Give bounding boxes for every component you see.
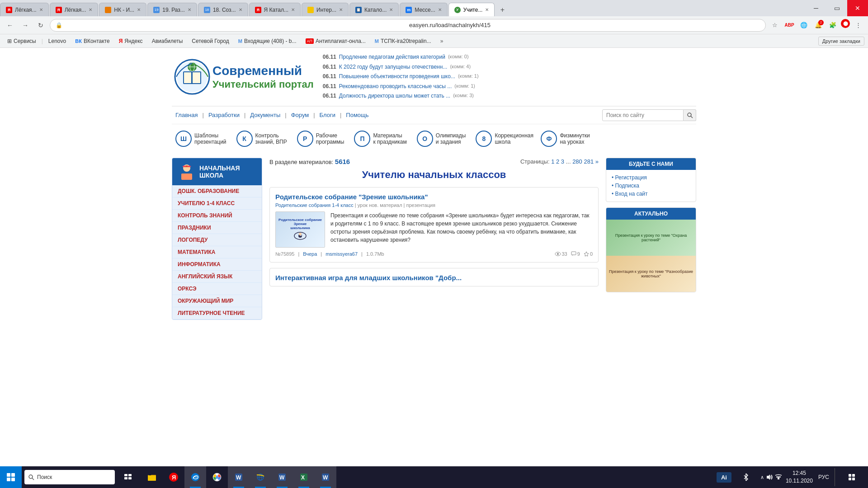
right-link-login[interactable]: Вход на сайт xyxy=(612,190,690,198)
nav-razrabotki[interactable]: Разработки xyxy=(205,111,243,119)
news-link-0[interactable]: Продление педагогам действия категорий xyxy=(339,52,445,62)
taskbar-yandex[interactable]: Я xyxy=(163,466,184,488)
nav-blogi[interactable]: Блоги xyxy=(316,111,339,119)
show-desktop-button[interactable] xyxy=(835,468,837,486)
category-fizm[interactable]: Ф Физминуткина уроках xyxy=(537,129,593,149)
tray-chevron[interactable]: ∧ xyxy=(760,474,764,480)
reload-button[interactable]: ↻ xyxy=(34,19,47,32)
translate-button[interactable]: 🌐 xyxy=(797,19,810,32)
page-3[interactable]: 3 xyxy=(561,158,566,165)
tab-3[interactable]: НК - И... ✕ xyxy=(99,3,146,16)
menu-button[interactable]: ⋮ xyxy=(852,19,864,32)
page-281[interactable]: 281 xyxy=(584,158,595,165)
news-link-2[interactable]: Повышение объективности проведения шко..… xyxy=(339,72,455,82)
sidebar-link-math[interactable]: МАТЕМАТИКА xyxy=(172,246,262,258)
nav-pomoshch[interactable]: Помощь xyxy=(342,111,372,119)
taskbar-ie[interactable] xyxy=(250,466,271,488)
tab-8[interactable]: 📋 Катало... ✕ xyxy=(349,3,399,16)
tab-7[interactable]: Интер... ✕ xyxy=(302,3,349,16)
tab-2[interactable]: Я Лёгкая... ✕ xyxy=(50,3,99,16)
tab-5-close[interactable]: ✕ xyxy=(239,7,242,12)
sidebar-link-orkse[interactable]: ОРКСЭ xyxy=(172,283,262,295)
taskbar-word-1[interactable]: W xyxy=(228,466,250,488)
bookmark-lenovo[interactable]: Lenovo xyxy=(45,37,70,46)
news-link-1[interactable]: К 2022 году будут запущены отечественн..… xyxy=(339,62,448,72)
tab-1[interactable]: Я Лёгкая... ✕ xyxy=(0,3,49,16)
bluetooth-icon[interactable] xyxy=(735,466,757,488)
news-link-3[interactable]: Рекомендовано проводить классные часы ..… xyxy=(339,82,452,92)
ai-button[interactable]: Ai xyxy=(717,472,731,483)
category-korrekt[interactable]: 8 Коррекционнаяшкола xyxy=(472,129,534,149)
taskbar-search[interactable]: Поиск xyxy=(24,470,115,484)
notification-button[interactable]: 🔔 2 xyxy=(812,19,825,32)
bookmark-avia[interactable]: Авиабилеты xyxy=(148,37,187,46)
bookmark-more[interactable]: » xyxy=(437,37,447,46)
category-materialy[interactable]: П Материалык праздникам xyxy=(350,129,410,149)
forward-button[interactable]: → xyxy=(19,19,32,32)
task-view-button[interactable] xyxy=(118,466,139,488)
material-date-0[interactable]: Вчера xyxy=(303,251,317,257)
tab-4-close[interactable]: ✕ xyxy=(188,7,191,12)
bookmark-vk[interactable]: ВК ВКонтакте xyxy=(71,37,113,46)
category-shablony[interactable]: Ш Шаблоныпрезентаций xyxy=(172,129,230,149)
address-bar[interactable]: 🔒 easyen.ru/load/nachalnykh/415 xyxy=(50,19,766,32)
taskbar-clock[interactable]: 12:45 10.11.2020 xyxy=(786,469,813,485)
right-link-reg[interactable]: Регистрация xyxy=(612,174,690,182)
start-button[interactable] xyxy=(0,466,22,488)
tab-9-close[interactable]: ✕ xyxy=(438,7,442,12)
bookmark-setevoy[interactable]: Сетевой Город xyxy=(188,37,232,46)
tab-1-close[interactable]: ✕ xyxy=(39,7,43,12)
maximize-button[interactable]: ▭ xyxy=(826,0,847,16)
page-next[interactable]: » xyxy=(595,158,599,165)
taskbar-edge[interactable] xyxy=(184,466,206,488)
tab-4[interactable]: 19 19. Раз... ✕ xyxy=(147,3,197,16)
tab-5[interactable]: 18 18. Соз... ✕ xyxy=(198,3,248,16)
sidebar-link-info[interactable]: ИНФОРМАТИКА xyxy=(172,258,262,271)
category-kontrol[interactable]: К Контрользнаний, ВПР xyxy=(233,129,291,149)
page-280[interactable]: 280 xyxy=(572,158,584,165)
search-input[interactable] xyxy=(602,109,684,121)
taskbar-excel[interactable]: X xyxy=(293,466,315,488)
material-tag-link-0[interactable]: Родительские собрания 1-4 класс xyxy=(275,202,354,208)
sidebar-link-kontrol[interactable]: КОНТРОЛЬ ЗНАНИЙ xyxy=(172,210,262,222)
back-button[interactable]: ← xyxy=(4,19,16,32)
sidebar-link-doshk[interactable]: ДОШК. ОБРАЗОВАНИЕ xyxy=(172,185,262,197)
page-1[interactable]: 1 xyxy=(551,158,556,165)
tab-9[interactable]: m Мессе... ✕ xyxy=(400,3,447,16)
bookmark-antiplagiat[interactable]: АП Антиплагиат-онла... xyxy=(302,37,369,46)
right-link-sub[interactable]: Подписка xyxy=(612,182,690,190)
record-button[interactable]: ⬤ xyxy=(841,19,850,28)
bookmark-tspk[interactable]: M ТСПК-ira20trepalin... xyxy=(371,37,435,46)
volume-icon[interactable] xyxy=(766,474,773,480)
search-button[interactable] xyxy=(684,109,696,121)
material-title-1[interactable]: Интерактивная игра для младших школьнико… xyxy=(275,274,593,282)
tab-2-close[interactable]: ✕ xyxy=(89,7,92,12)
nav-dokumenty[interactable]: Документы xyxy=(246,111,284,119)
sidebar-link-logoped[interactable]: ЛОГОПЕДУ xyxy=(172,234,262,246)
abp-button[interactable]: ABP xyxy=(783,19,796,32)
bookmark-button[interactable]: ☆ xyxy=(769,19,781,32)
tab-7-close[interactable]: ✕ xyxy=(339,7,343,12)
sidebar-link-1-4[interactable]: УЧИТЕЛЮ 1-4 КЛАСС xyxy=(172,197,262,210)
sidebar-link-english[interactable]: АНГЛИЙСКИЙ ЯЗЫК xyxy=(172,271,262,283)
material-author-0[interactable]: msmissyera67 xyxy=(326,251,358,257)
right-img-2[interactable]: Презентация к уроку по теме "Разнообрази… xyxy=(606,256,696,292)
taskbar-file-explorer[interactable] xyxy=(141,466,163,488)
sidebar-link-okr[interactable]: ОКРУЖАЮЩИЙ МИР xyxy=(172,295,262,307)
tab-6-close[interactable]: ✕ xyxy=(291,7,295,12)
tab-3-close[interactable]: ✕ xyxy=(137,7,141,12)
bookmark-mail[interactable]: M Входящие (408) - b... xyxy=(235,37,300,46)
extensions-button[interactable]: 🧩 xyxy=(826,19,839,32)
right-img-1[interactable]: Презентация к уроку по теме "Охрана раст… xyxy=(606,220,696,256)
news-link-4[interactable]: Должность директора школы может стать ..… xyxy=(339,91,450,101)
taskbar-word-2[interactable]: W xyxy=(271,466,293,488)
taskbar-word-3[interactable]: W xyxy=(315,466,336,488)
page-2[interactable]: 2 xyxy=(556,158,561,165)
taskbar-chrome[interactable] xyxy=(206,466,228,488)
bookmark-others[interactable]: Другие закладки xyxy=(818,37,864,46)
notification-center-button[interactable] xyxy=(841,466,863,488)
language-indicator[interactable]: РУС xyxy=(816,474,831,480)
tab-8-close[interactable]: ✕ xyxy=(389,7,393,12)
category-olimpiady[interactable]: О Олимпиадыи задания xyxy=(413,129,470,149)
category-rabochie[interactable]: Р Рабочиепрограммы xyxy=(293,129,348,149)
